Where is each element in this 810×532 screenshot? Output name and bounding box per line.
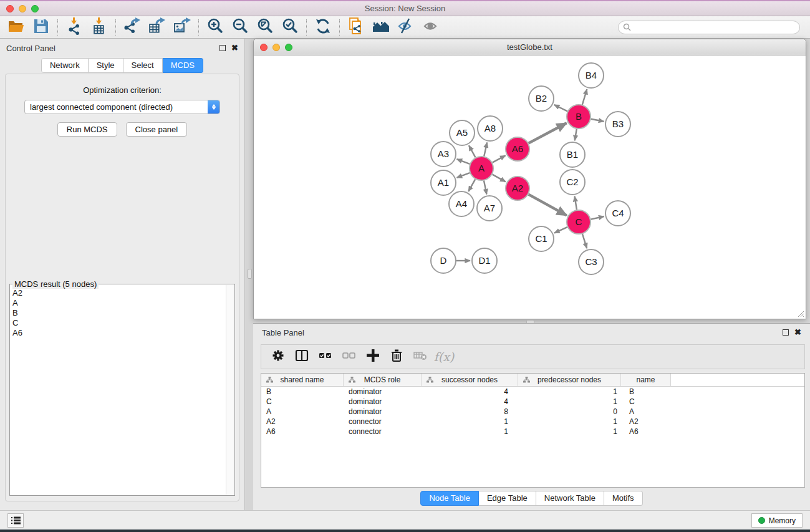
hide-graphics-details-button[interactable] bbox=[393, 18, 418, 37]
cell-name[interactable]: B bbox=[621, 387, 671, 397]
mcds-result-item[interactable]: A2 bbox=[12, 288, 234, 298]
edge-C-C1[interactable] bbox=[554, 227, 567, 233]
show-graphics-details-button[interactable] bbox=[418, 18, 443, 37]
cell-shared-name[interactable]: B bbox=[261, 387, 344, 397]
cell-name[interactable]: A bbox=[621, 407, 671, 417]
zoom-in-button[interactable] bbox=[203, 18, 228, 37]
resize-grip-icon[interactable] bbox=[797, 310, 804, 317]
tab-motifs[interactable]: Motifs bbox=[604, 491, 643, 506]
delete-column-button[interactable] bbox=[385, 347, 408, 367]
export-network-button[interactable] bbox=[120, 18, 145, 37]
cell-shared-name[interactable]: A2 bbox=[261, 417, 344, 427]
network-window-titlebar[interactable]: testGlobe.txt bbox=[254, 39, 806, 56]
home-button[interactable] bbox=[369, 18, 393, 37]
edge-A-A6[interactable] bbox=[493, 155, 506, 162]
export-table-button[interactable] bbox=[145, 18, 170, 37]
show-task-history-button[interactable] bbox=[7, 513, 24, 528]
zoom-fit-button[interactable] bbox=[253, 18, 277, 37]
node-table[interactable]: shared nameMCDS rolesuccessor nodesprede… bbox=[261, 373, 805, 488]
close-panel-button[interactable]: Close panel bbox=[126, 122, 188, 137]
edge-A-A8[interactable] bbox=[484, 142, 487, 156]
column-header-MCDS-role[interactable]: MCDS role bbox=[344, 374, 422, 386]
table-row[interactable]: Adominator80A bbox=[261, 407, 804, 417]
node-A[interactable]: A bbox=[470, 157, 493, 180]
edge-A-A1[interactable] bbox=[457, 173, 470, 178]
tab-network-table[interactable]: Network Table bbox=[536, 491, 604, 506]
node-C1[interactable]: C1 bbox=[529, 226, 554, 251]
close-table-panel-icon[interactable]: ✖ bbox=[794, 329, 801, 336]
edge-B-B4[interactable] bbox=[582, 89, 587, 105]
mcds-result-list[interactable]: A2ABCA6 bbox=[10, 284, 234, 338]
import-network-button[interactable] bbox=[62, 18, 87, 37]
cell-MCDS-role[interactable]: connector bbox=[344, 417, 422, 427]
gear-button[interactable] bbox=[266, 347, 290, 367]
cell-predecessor-nodes[interactable]: 1 bbox=[518, 427, 621, 437]
cell-predecessor-nodes[interactable]: 0 bbox=[518, 407, 621, 417]
edge-B-B3[interactable] bbox=[591, 119, 604, 122]
column-header-name[interactable]: name bbox=[621, 374, 671, 386]
node-B2[interactable]: B2 bbox=[529, 86, 554, 111]
cell-successor-nodes[interactable]: 8 bbox=[422, 407, 518, 417]
node-C2[interactable]: C2 bbox=[560, 170, 585, 195]
node-B1[interactable]: B1 bbox=[560, 142, 585, 167]
node-B4[interactable]: B4 bbox=[579, 63, 604, 88]
cell-name[interactable]: A2 bbox=[621, 417, 671, 427]
node-C4[interactable]: C4 bbox=[605, 201, 630, 226]
tab-style[interactable]: Style bbox=[89, 58, 123, 73]
cell-successor-nodes[interactable]: 4 bbox=[422, 397, 518, 407]
edge-A-A7[interactable] bbox=[484, 181, 486, 195]
node-C[interactable]: C bbox=[567, 210, 591, 234]
run-mcds-button[interactable]: Run MCDS bbox=[57, 122, 117, 137]
node-D[interactable]: D bbox=[431, 248, 456, 273]
open-session-button[interactable] bbox=[4, 18, 29, 37]
node-B3[interactable]: B3 bbox=[605, 112, 630, 137]
column-header-predecessor-nodes[interactable]: predecessor nodes bbox=[518, 374, 621, 386]
cell-MCDS-role[interactable]: dominator bbox=[344, 407, 422, 417]
save-session-button[interactable] bbox=[29, 18, 54, 37]
cell-predecessor-nodes[interactable]: 1 bbox=[518, 387, 621, 397]
table-row[interactable]: A2connector11A2 bbox=[261, 417, 804, 427]
network-canvas[interactable]: B4B2BB3A8A5A6B1A3AA1C2A2A4A7C4CC1C3DD1 bbox=[254, 56, 805, 318]
zoom-selected-button[interactable] bbox=[277, 18, 302, 37]
select-all-checkboxes-button[interactable] bbox=[314, 347, 337, 367]
column-header-shared-name[interactable]: shared name bbox=[261, 374, 344, 386]
cell-shared-name[interactable]: A bbox=[261, 407, 344, 417]
cell-successor-nodes[interactable]: 4 bbox=[422, 387, 518, 397]
result-scrollbar[interactable] bbox=[226, 285, 234, 495]
tab-mcds[interactable]: MCDS bbox=[163, 58, 203, 73]
cell-shared-name[interactable]: A6 bbox=[261, 427, 344, 437]
node-A7[interactable]: A7 bbox=[477, 196, 502, 221]
node-A5[interactable]: A5 bbox=[450, 120, 475, 145]
refresh-button[interactable] bbox=[311, 18, 335, 37]
export-image-button[interactable] bbox=[170, 18, 195, 37]
mcds-result-item[interactable]: C bbox=[12, 318, 234, 328]
edge-A-A3[interactable] bbox=[457, 159, 470, 164]
node-A8[interactable]: A8 bbox=[478, 116, 503, 141]
cell-successor-nodes[interactable]: 1 bbox=[422, 417, 518, 427]
float-panel-icon[interactable] bbox=[219, 45, 226, 51]
add-column-button[interactable] bbox=[361, 347, 385, 367]
edge-A-A2[interactable] bbox=[493, 175, 506, 182]
cell-predecessor-nodes[interactable]: 1 bbox=[518, 397, 621, 407]
deselect-all-checkboxes-button[interactable] bbox=[337, 347, 361, 367]
mcds-result-item[interactable]: A bbox=[12, 298, 234, 308]
tab-edge-table[interactable]: Edge Table bbox=[479, 491, 536, 506]
node-A4[interactable]: A4 bbox=[449, 191, 474, 216]
split-columns-button[interactable] bbox=[290, 347, 314, 367]
edge-C-C3[interactable] bbox=[582, 234, 587, 248]
tab-node-table[interactable]: Node Table bbox=[420, 491, 479, 506]
edge-B-B2[interactable] bbox=[554, 105, 567, 111]
tab-select[interactable]: Select bbox=[123, 58, 163, 73]
memory-button[interactable]: Memory bbox=[751, 513, 803, 528]
optimization-criterion-select[interactable]: largest connected component (directed) bbox=[24, 100, 220, 114]
node-A1[interactable]: A1 bbox=[431, 170, 456, 195]
node-C3[interactable]: C3 bbox=[579, 249, 604, 274]
cell-MCDS-role[interactable]: connector bbox=[344, 427, 422, 437]
cell-MCDS-role[interactable]: dominator bbox=[344, 397, 422, 407]
node-table-header[interactable]: shared nameMCDS rolesuccessor nodesprede… bbox=[261, 374, 804, 387]
close-panel-icon[interactable]: ✖ bbox=[231, 45, 238, 51]
node-A6[interactable]: A6 bbox=[506, 137, 529, 161]
cell-name[interactable]: C bbox=[621, 397, 671, 407]
cell-successor-nodes[interactable]: 1 bbox=[422, 427, 518, 437]
table-row[interactable]: A6connector11A6 bbox=[261, 427, 804, 437]
